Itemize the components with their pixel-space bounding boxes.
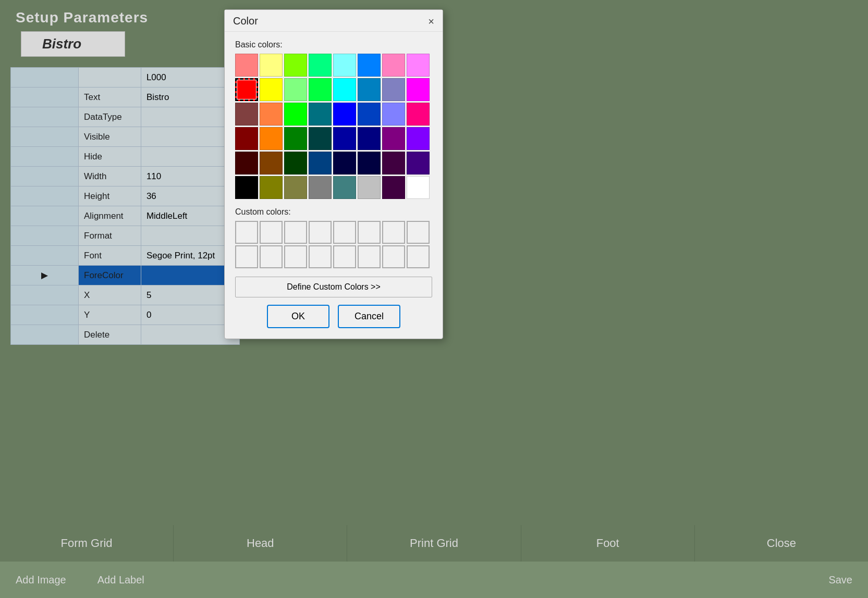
custom-colors-label: Custom colors: (235, 207, 432, 217)
dialog-buttons: OK Cancel (235, 305, 432, 328)
custom-color-swatch[interactable] (358, 245, 381, 268)
dialog-title: Color (233, 15, 258, 27)
basic-color-swatch[interactable] (382, 78, 405, 101)
basic-color-swatch[interactable] (309, 176, 332, 199)
basic-color-swatch[interactable] (235, 78, 258, 101)
basic-color-swatch[interactable] (358, 127, 381, 150)
basic-color-swatch[interactable] (407, 78, 430, 101)
basic-color-swatch[interactable] (407, 127, 430, 150)
basic-color-swatch[interactable] (358, 176, 381, 199)
cancel-button[interactable]: Cancel (338, 305, 400, 328)
dialog-close-button[interactable]: × (428, 16, 434, 27)
basic-color-swatch[interactable] (333, 152, 356, 175)
custom-color-swatch[interactable] (333, 245, 356, 268)
custom-color-swatch[interactable] (309, 245, 332, 268)
basic-color-swatch[interactable] (309, 127, 332, 150)
basic-color-swatch[interactable] (284, 103, 307, 126)
basic-color-swatch[interactable] (284, 127, 307, 150)
dialog-overlay: Color × Basic colors: Custom colors: Def… (0, 0, 868, 598)
custom-color-swatch[interactable] (260, 245, 283, 268)
basic-color-swatch[interactable] (284, 54, 307, 77)
basic-color-swatch[interactable] (309, 152, 332, 175)
basic-color-swatch[interactable] (382, 152, 405, 175)
basic-color-swatch[interactable] (284, 176, 307, 199)
basic-color-swatch[interactable] (382, 176, 405, 199)
basic-color-swatch[interactable] (235, 176, 258, 199)
basic-color-swatch[interactable] (407, 176, 430, 199)
basic-color-swatch[interactable] (407, 54, 430, 77)
custom-color-swatch[interactable] (333, 221, 356, 244)
basic-colors-label: Basic colors: (235, 40, 432, 49)
custom-color-swatch[interactable] (284, 245, 307, 268)
basic-color-swatch[interactable] (309, 103, 332, 126)
custom-color-swatch[interactable] (407, 221, 430, 244)
custom-color-swatch[interactable] (407, 245, 430, 268)
custom-color-swatch[interactable] (235, 245, 258, 268)
basic-color-swatch[interactable] (333, 78, 356, 101)
basic-color-swatch[interactable] (284, 78, 307, 101)
custom-color-swatch[interactable] (260, 221, 283, 244)
basic-color-swatch[interactable] (260, 152, 283, 175)
basic-color-swatch[interactable] (407, 152, 430, 175)
basic-color-swatch[interactable] (284, 152, 307, 175)
custom-color-swatch[interactable] (284, 221, 307, 244)
basic-color-swatch[interactable] (260, 78, 283, 101)
basic-color-swatch[interactable] (235, 103, 258, 126)
custom-color-swatch[interactable] (358, 221, 381, 244)
basic-color-swatch[interactable] (382, 54, 405, 77)
custom-color-grid (235, 221, 432, 268)
basic-color-swatch[interactable] (407, 103, 430, 126)
basic-color-swatch[interactable] (382, 103, 405, 126)
basic-color-swatch[interactable] (235, 54, 258, 77)
basic-color-swatch[interactable] (333, 103, 356, 126)
dialog-body: Basic colors: Custom colors: Define Cust… (225, 32, 443, 339)
custom-color-swatch[interactable] (235, 221, 258, 244)
basic-color-swatch[interactable] (382, 127, 405, 150)
custom-color-swatch[interactable] (309, 221, 332, 244)
basic-color-swatch[interactable] (358, 152, 381, 175)
basic-color-swatch[interactable] (333, 176, 356, 199)
basic-color-swatch[interactable] (235, 127, 258, 150)
basic-color-swatch[interactable] (358, 78, 381, 101)
basic-color-swatch[interactable] (358, 54, 381, 77)
dialog-titlebar: Color × (225, 10, 443, 32)
basic-color-swatch[interactable] (260, 176, 283, 199)
basic-color-swatch[interactable] (358, 103, 381, 126)
basic-color-swatch[interactable] (309, 54, 332, 77)
custom-color-swatch[interactable] (382, 221, 405, 244)
basic-color-swatch[interactable] (333, 54, 356, 77)
basic-color-grid (235, 54, 432, 199)
basic-color-swatch[interactable] (309, 78, 332, 101)
basic-color-swatch[interactable] (260, 127, 283, 150)
define-custom-colors-button[interactable]: Define Custom Colors >> (235, 277, 432, 297)
basic-color-swatch[interactable] (260, 54, 283, 77)
ok-button[interactable]: OK (267, 305, 329, 328)
basic-color-swatch[interactable] (235, 152, 258, 175)
color-dialog: Color × Basic colors: Custom colors: Def… (224, 9, 443, 339)
basic-color-swatch[interactable] (260, 103, 283, 126)
basic-color-swatch[interactable] (333, 127, 356, 150)
custom-color-swatch[interactable] (382, 245, 405, 268)
